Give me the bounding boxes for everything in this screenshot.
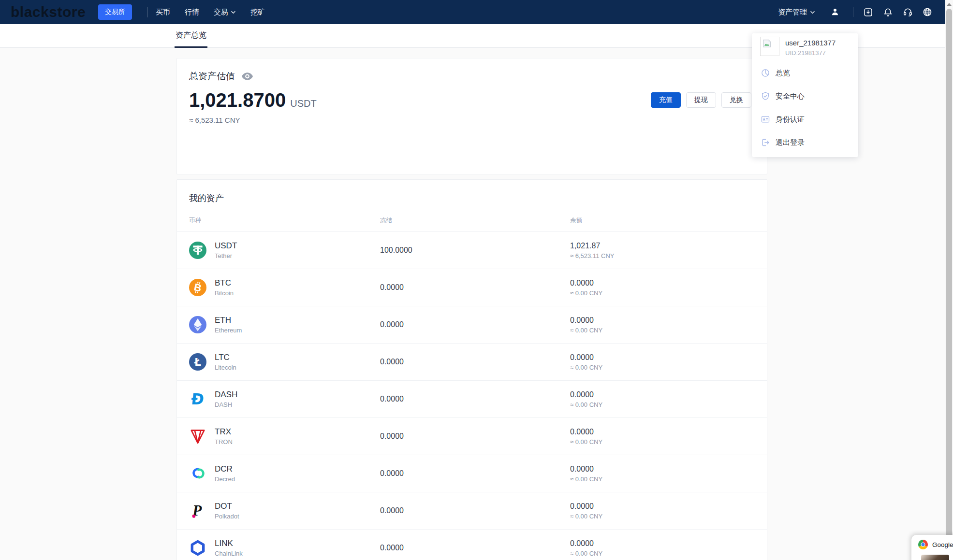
user-menu-item-label: 总览 [776, 69, 790, 78]
btc-icon: B [189, 279, 206, 296]
overview-pie-icon [761, 68, 770, 78]
browser-notification-popup[interactable]: Google C [911, 535, 953, 560]
coin-fullname: Tether [215, 252, 237, 259]
asset-management-label: 资产管理 [778, 8, 807, 17]
total-assets-card: 总资产估值 1,021.8700 USDT ≈ 6,523.11 CNY 充值 … [176, 58, 767, 174]
tab-asset-overview[interactable]: 资产总览 [175, 24, 207, 48]
dash-icon: Ð [189, 390, 206, 408]
nav-divider [147, 7, 148, 17]
table-row[interactable]: TRX TRON 0.0000 0.0000 ≈ 0.00 CNY [177, 418, 767, 455]
balance-amount: 0.0000 [570, 353, 602, 362]
total-assets-title: 总资产估值 [189, 70, 235, 83]
balance-cny: ≈ 0.00 CNY [570, 327, 602, 334]
bell-icon[interactable] [882, 7, 893, 17]
asset-management-menu[interactable]: 资产管理 [778, 8, 815, 17]
user-info: user_21981377 UID:21981377 [752, 33, 858, 61]
balance-cny: ≈ 0.00 CNY [570, 550, 602, 557]
frozen-amount: 0.0000 [380, 306, 404, 343]
scrollbar[interactable] [945, 0, 953, 560]
frozen-amount: 0.0000 [380, 492, 404, 529]
coin-fullname: DASH [215, 401, 237, 408]
globe-icon[interactable] [922, 7, 933, 17]
balance-cny: ≈ 6,523.11 CNY [570, 252, 614, 259]
frozen-amount: 0.0000 [380, 344, 404, 380]
brand-logo[interactable]: blackstore [11, 4, 86, 20]
frozen-amount: 0.0000 [380, 418, 404, 455]
trx-icon [189, 428, 206, 445]
dcr-icon [189, 465, 206, 482]
user-menu-item[interactable]: 身份认证 [752, 108, 858, 131]
svg-text:Ł: Ł [194, 356, 201, 368]
frozen-amount: 0.0000 [380, 455, 404, 492]
eye-icon[interactable] [242, 72, 253, 80]
coin-fullname: ChainLink [215, 550, 243, 557]
balance-cny: ≈ 0.00 CNY [570, 289, 602, 297]
user-menu-item[interactable]: 安全中心 [752, 85, 858, 108]
user-menu-item-label: 身份认证 [776, 115, 805, 124]
exchange-convert-button[interactable]: 兑换 [721, 92, 751, 108]
exchange-button[interactable]: 交易所 [98, 4, 132, 20]
chevron-down-icon [231, 11, 236, 14]
ltc-icon: Ł [189, 353, 206, 371]
column-coin: 币种 [189, 216, 201, 225]
headset-icon[interactable] [902, 7, 913, 17]
coin-fullname: Litecoin [215, 364, 236, 371]
coin-symbol: LTC [215, 353, 236, 362]
balance-amount: 0.0000 [570, 316, 602, 325]
user-menu-item-label: 退出登录 [776, 138, 805, 147]
user-menu-item[interactable]: 总览 [752, 61, 858, 85]
frozen-amount: 0.0000 [380, 269, 404, 306]
identity-card-icon [761, 115, 770, 124]
balance-amount: 0.0000 [570, 539, 602, 548]
table-row[interactable]: LINK ChainLink 0.0000 0.0000 ≈ 0.00 CNY [177, 530, 767, 560]
download-icon[interactable] [863, 7, 873, 17]
balance-cny: ≈ 0.00 CNY [570, 364, 602, 371]
nav-link-3[interactable]: 交易 [214, 8, 236, 17]
balance-cny: ≈ 0.00 CNY [570, 475, 602, 483]
balance-amount: 0.0000 [570, 428, 602, 436]
withdraw-button[interactable]: 提现 [686, 92, 716, 108]
usdt-icon [189, 242, 206, 259]
my-assets-card: 我的资产 币种 冻结 余额 USDT Tether 100.0000 1,021… [176, 179, 767, 560]
user-menu-item[interactable]: 退出登录 [752, 131, 858, 154]
username: user_21981377 [785, 39, 836, 47]
table-row[interactable]: Ł LTC Litecoin 0.0000 0.0000 ≈ 0.00 CNY [177, 344, 767, 381]
coin-symbol: TRX [215, 427, 233, 437]
nav-link-4[interactable]: 挖矿 [250, 8, 265, 17]
scrollbar-up-arrow-icon[interactable] [947, 3, 952, 6]
nav-link-1[interactable]: 买币 [156, 8, 170, 17]
popup-thumbnail-image [921, 555, 949, 560]
table-row[interactable]: DCR Decred 0.0000 0.0000 ≈ 0.00 CNY [177, 455, 767, 492]
coin-symbol: DCR [215, 464, 235, 474]
dot-icon: P [189, 502, 206, 519]
balance-amount: 0.0000 [570, 390, 602, 399]
coin-fullname: TRON [215, 438, 233, 445]
nav-link-2[interactable]: 行情 [185, 8, 199, 17]
user-menu-items: 总览 安全中心 身份认证 退出登录 [752, 61, 858, 154]
table-row[interactable]: ETH Ethereum 0.0000 0.0000 ≈ 0.00 CNY [177, 306, 767, 344]
deposit-button[interactable]: 充值 [651, 92, 681, 108]
coin-fullname: Polkadot [215, 513, 239, 520]
chevron-down-icon [810, 11, 815, 14]
frozen-amount: 100.0000 [380, 232, 412, 269]
total-amount-unit: USDT [290, 98, 316, 109]
table-row[interactable]: B BTC Bitcoin 0.0000 0.0000 ≈ 0.00 CNY [177, 269, 767, 306]
svg-text:Ð: Ð [191, 390, 205, 407]
table-row[interactable]: P DOT Polkadot 0.0000 0.0000 ≈ 0.00 CNY [177, 492, 767, 530]
user-icon[interactable] [830, 7, 840, 17]
user-dropdown-menu: user_21981377 UID:21981377 总览 安全中心 身份认证 … [752, 33, 858, 157]
coin-symbol: DOT [215, 502, 239, 511]
nav-right: 资产管理 [778, 7, 933, 17]
table-row[interactable]: USDT Tether 100.0000 1,021.87 ≈ 6,523.11… [177, 232, 767, 269]
balance-cny: ≈ 0.00 CNY [570, 401, 602, 408]
popup-label: Google C [932, 541, 953, 548]
scrollbar-thumb[interactable] [946, 9, 952, 560]
total-approx-cny: ≈ 6,523.11 CNY [189, 116, 767, 124]
frozen-amount: 0.0000 [380, 381, 404, 417]
chrome-icon [918, 540, 928, 549]
coin-fullname: Bitcoin [215, 289, 234, 297]
user-uid: UID:21981377 [785, 49, 826, 57]
table-row[interactable]: Ð DASH DASH 0.0000 0.0000 ≈ 0.00 CNY [177, 381, 767, 418]
balance-amount: 0.0000 [570, 502, 602, 511]
total-amount: 1,021.8700 [189, 89, 286, 111]
